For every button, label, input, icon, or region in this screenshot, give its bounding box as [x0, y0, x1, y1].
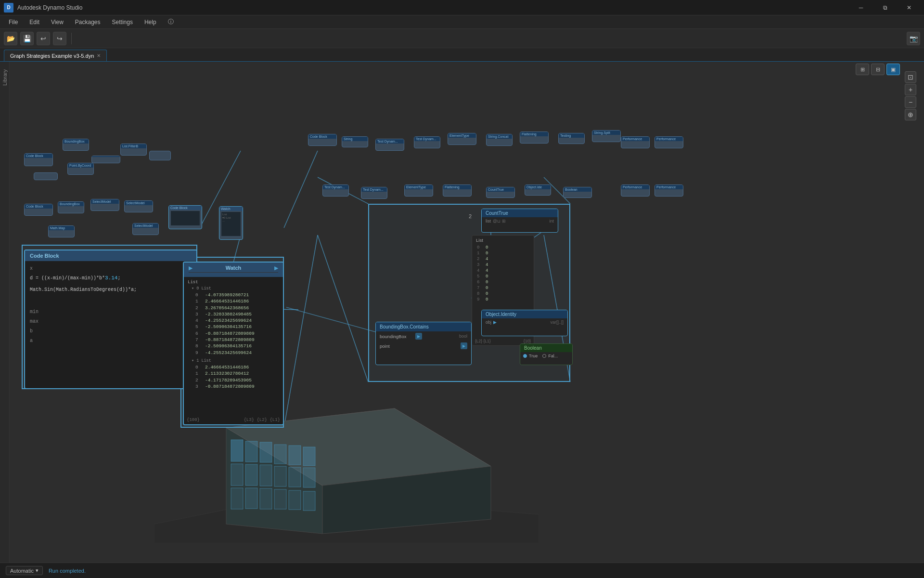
list-panel-header: List — [472, 236, 534, 245]
bool-label-false: Fal... — [548, 354, 558, 358]
svg-rect-33 — [231, 488, 243, 509]
zoom-fit-button[interactable]: ⊡ — [905, 71, 916, 83]
mini-node-5 — [149, 151, 171, 160]
canvas[interactable]: Code Block BoundingBox List.FilterB — [10, 62, 924, 563]
svg-rect-26 — [303, 447, 315, 466]
minimize-button[interactable]: ─ — [850, 0, 872, 15]
code-block-header: Code Block — [25, 250, 196, 261]
boolean-header: Boolean — [520, 344, 572, 352]
title-bar: D Autodesk Dynamo Studio ─ ⧉ ✕ — [0, 0, 924, 15]
mini-node-1: Code Block — [24, 153, 53, 166]
bbox-port-point: point — [380, 343, 459, 349]
zoom-in-button[interactable]: + — [905, 84, 916, 95]
menu-edit[interactable]: Edit — [25, 17, 44, 27]
menu-view[interactable]: View — [46, 17, 68, 27]
view-btn-3[interactable]: ▣ — [886, 64, 900, 75]
count-true-output-type: int — [549, 219, 554, 223]
mini-node-16: String.Split — [592, 130, 621, 142]
tab-close-button[interactable]: ✕ — [97, 53, 101, 58]
tab-bar: Graph Strategies Example v3-5.dyn ✕ — [0, 48, 924, 62]
mini-node-28: Math.Map — [48, 225, 75, 237]
watch-panel[interactable]: ▶ Watch ▶ List ▾ 0 List 0-4.073598928072… — [183, 262, 284, 425]
watch-arrow-in: ▶ — [189, 265, 192, 271]
code-block-panel[interactable]: Code Block x d = ((x-min)/(max-min))*b*3… — [24, 250, 197, 389]
undo-button[interactable]: ↩ — [37, 32, 50, 45]
run-mode-dropdown-icon: ▾ — [36, 567, 38, 574]
mini-node-18: Test Dynam... — [361, 187, 387, 199]
bool-radio-true[interactable] — [523, 354, 527, 358]
watch-content: List ▾ 0 List 0-4.0735989280721 12.46664… — [184, 277, 283, 424]
mini-node-9: String — [342, 136, 368, 147]
mini-node-31: Performance — [654, 136, 683, 148]
svg-marker-18 — [226, 428, 322, 534]
library-panel[interactable]: Library — [0, 62, 10, 563]
watch-count: {100} — [187, 418, 200, 422]
menu-file[interactable]: File — [4, 17, 23, 27]
library-label: Library — [2, 66, 8, 90]
view-btn-2[interactable]: ⊟ — [871, 64, 885, 75]
mini-node-22: Object.Ide — [525, 184, 551, 196]
open-button[interactable]: 📂 — [4, 32, 17, 45]
svg-rect-35 — [260, 488, 272, 509]
menu-settings[interactable]: Settings — [107, 17, 138, 27]
view-btn-1[interactable]: ⊞ — [856, 64, 869, 75]
restore-button[interactable]: ⧉ — [874, 0, 896, 15]
menu-packages[interactable]: Packages — [70, 17, 105, 27]
bool-radio-false[interactable] — [542, 354, 546, 358]
bbox-row-point: point ▶ — [376, 341, 471, 351]
camera-button[interactable]: 📷 — [907, 32, 920, 45]
mini-node-6 — [34, 172, 58, 180]
mini-node-2: BoundingBox — [63, 139, 89, 151]
watch-header: ▶ Watch ▶ — [184, 263, 283, 277]
toolbar: 📂 💾 ↩ ↪ 📷 — [0, 29, 924, 48]
count-true-input-port: @⊔ ⊞ — [493, 219, 506, 223]
mini-node-14: Flattening — [520, 131, 549, 144]
svg-rect-25 — [289, 446, 301, 465]
count-true-panel[interactable]: CountTrue list @⊔ ⊞ int — [481, 209, 558, 233]
mini-node-32: Performance — [621, 184, 650, 197]
mini-node-11: Test Dynam... — [414, 136, 440, 148]
boolean-options-row: True Fal... — [520, 352, 572, 360]
watch-title: Watch — [226, 265, 242, 271]
obj-identity-input-label: obj — [486, 320, 491, 325]
svg-rect-37 — [289, 490, 301, 510]
object-identity-panel[interactable]: Object.Identity obj ▶ var[]..[] — [481, 310, 568, 336]
svg-rect-34 — [245, 488, 257, 509]
code-line-1: d = ((x-min)/(max-min))*b*3.14; — [30, 274, 192, 283]
mini-node-21: CountTrue — [486, 187, 515, 198]
mini-node-33: Performance — [654, 184, 683, 197]
count-true-header: CountTrue — [482, 209, 558, 217]
zoom-out-button[interactable]: − — [905, 96, 916, 108]
menu-help[interactable]: Help — [140, 17, 161, 27]
boolean-panel[interactable]: Boolean True Fal... — [520, 343, 573, 365]
zoom-reset-button[interactable]: ⊕ — [905, 109, 916, 120]
redo-button[interactable]: ↪ — [53, 32, 66, 45]
svg-rect-27 — [231, 464, 243, 486]
bounding-box-contains-panel[interactable]: BoundingBox.Contains boundingBox ▶ bool … — [375, 322, 472, 365]
watch-list-header: List — [188, 280, 279, 285]
mini-node-25: BoundingBox — [58, 201, 84, 213]
code-block-mini: Code Block — [168, 205, 202, 229]
mini-node-13: String.Concat — [486, 134, 513, 146]
obj-identity-header: Object.Identity — [482, 310, 567, 318]
bool-label-true: True — [529, 354, 538, 358]
obj-identity-output-type: var[]..[] — [550, 320, 564, 325]
main-tab[interactable]: Graph Strategies Example v3-5.dyn ✕ — [4, 50, 107, 61]
run-mode-label: Automatic — [10, 568, 34, 574]
status-text: Run completed. — [49, 568, 86, 574]
app-icon: D — [4, 3, 13, 13]
watch-arrow-out: ▶ — [274, 265, 278, 271]
watch-sublist-0-items: 0-4.0735989280721 12.46664531446186 23.2… — [192, 292, 279, 356]
svg-rect-22 — [245, 441, 257, 462]
bbox-header: BoundingBox.Contains — [376, 322, 471, 331]
close-button[interactable]: ✕ — [898, 0, 920, 15]
save-button[interactable]: 💾 — [20, 32, 34, 45]
menu-info[interactable]: ⓘ — [163, 16, 179, 28]
list-panel-footer-left: {L2} {L1} — [475, 339, 491, 343]
run-mode-selector[interactable]: Automatic ▾ — [6, 566, 43, 575]
code-block-content: x d = ((x-min)/(max-min))*b*3.14; Math.S… — [25, 261, 196, 349]
window-controls: ─ ⧉ ✕ — [850, 0, 920, 15]
svg-rect-21 — [231, 440, 243, 461]
bbox-arrow-1: ▶ — [415, 333, 422, 340]
toolbar-separator — [71, 33, 72, 44]
